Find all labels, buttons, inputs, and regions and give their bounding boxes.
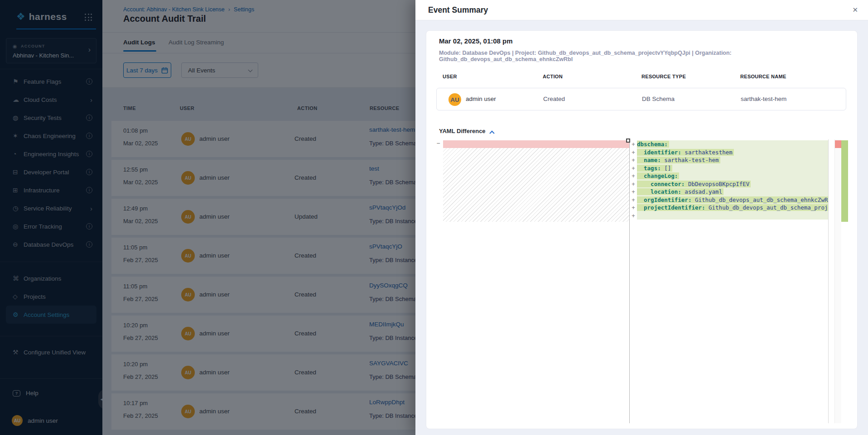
added-line-marker: +	[630, 156, 637, 164]
diff-empty-hatch	[443, 148, 629, 222]
diff-added-line: + tags: []	[630, 164, 828, 172]
added-line-marker: +	[630, 188, 637, 196]
app-root: ❖ harness ◉ ACCOUNT Abhinav - Kitchen Si…	[0, 0, 868, 435]
added-line-marker: +	[630, 212, 637, 220]
drawer-title: Event Summary	[428, 5, 488, 15]
close-icon[interactable]: ✕	[852, 6, 858, 14]
detail-header-resource-name: RESOURCE NAME	[740, 74, 786, 79]
diff-scrollbar[interactable]	[834, 139, 841, 423]
added-line-marker: +	[630, 140, 637, 148]
event-timestamp: Mar 02, 2025, 01:08 pm	[439, 37, 513, 45]
diff-added-line: + changeLog:	[630, 172, 828, 180]
detail-header-resource-type: RESOURCE TYPE	[641, 74, 686, 79]
diff-added-line: + orgIdentifier: Github_db_devops_aut_db…	[630, 196, 828, 204]
added-line-marker: +	[630, 180, 637, 188]
drawer-body: Mar 02, 2025, 01:08 pm Module: Database …	[415, 20, 868, 435]
diff-added-line: + dbschema:	[630, 140, 828, 148]
added-line-marker: +	[630, 204, 637, 212]
detail-row: AU admin user Created DB Schema sarthak-…	[436, 88, 846, 110]
added-line-marker: +	[630, 196, 637, 204]
event-detail-card: Mar 02, 2025, 01:08 pm Module: Database …	[426, 30, 858, 429]
detail-action: Created	[543, 96, 565, 102]
diff-added-line: + location: asdsad.yaml	[630, 188, 828, 196]
added-line-marker: +	[630, 172, 637, 180]
drawer-header: Event Summary ✕	[415, 0, 868, 20]
diff-added-line: + name: sarthak-test-hem	[630, 156, 828, 164]
added-line-marker: +	[630, 148, 637, 157]
diff-editor-edge	[828, 139, 829, 423]
diff-chunk-handle	[626, 139, 630, 143]
added-line-marker: +	[630, 164, 637, 172]
detail-resource-type: DB Schema	[642, 96, 675, 102]
diff-added-line: + projectIdentifier: Github_db_devops_au…	[630, 204, 828, 212]
detail-user: admin user	[466, 96, 496, 102]
added-lines: + dbschema: + identifier: sarthaktesthem…	[630, 140, 828, 220]
chevron-up-icon	[489, 131, 494, 136]
detail-resource-name: sarthak-test-hem	[741, 96, 786, 102]
detail-header-action: ACTION	[543, 74, 563, 79]
event-meta: Module: Database DevOps | Project: Githu…	[439, 50, 857, 62]
diff-added-line: +	[630, 212, 828, 220]
diff-removed-marker	[835, 140, 842, 148]
detail-header-user: USER	[443, 74, 457, 79]
event-summary-drawer: Event Summary ✕ Mar 02, 2025, 01:08 pm M…	[415, 0, 868, 435]
avatar: AU	[448, 93, 461, 106]
removed-line-highlight	[443, 140, 629, 148]
diff-added-ruler	[841, 140, 848, 222]
diff-added-line: + identifier: sarthaktesthem	[630, 148, 828, 157]
diff-added-line: + connector: DbDevopsoBKpcpIfEV	[630, 180, 828, 188]
removed-line-marker: −	[437, 140, 440, 147]
yaml-difference-toggle[interactable]: YAML Difference	[439, 128, 494, 134]
yaml-diff-view: − + dbschema: + identifier: sarthaktesth…	[436, 139, 848, 423]
